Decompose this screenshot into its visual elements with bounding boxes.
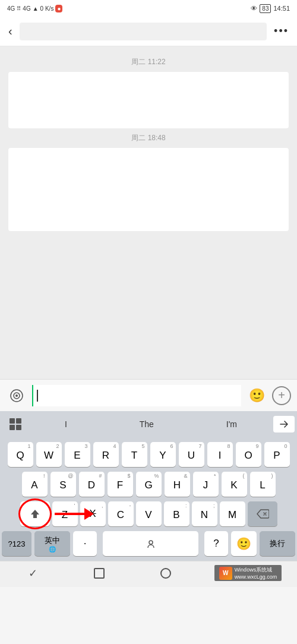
- add-button[interactable]: +: [272, 386, 291, 405]
- space-key[interactable]: [103, 531, 198, 556]
- question-key[interactable]: ?: [204, 531, 228, 556]
- speed: 0 K/s: [40, 5, 54, 12]
- emoji-button[interactable]: 🙂: [246, 385, 267, 406]
- watermark-text: Windows系统城 www.wxcLgg.com: [235, 566, 277, 580]
- keyboard-row-3: ' Z , X - C V : B ; N M: [2, 501, 295, 526]
- keyboard: 1Q 2W 3E 4R 5T 6Y 7U 8I 9O 0P !A @S #D $…: [0, 437, 297, 561]
- eye-icon: 👁: [251, 5, 257, 12]
- red-arrow: [55, 508, 94, 520]
- key-T[interactable]: 5T: [122, 442, 147, 467]
- status-bar: 4G ⠿ 4G ▲ 0 K/s ● 👁 83 14:51: [0, 0, 297, 17]
- signal1: 4G: [7, 5, 15, 12]
- keyboard-row-1: 1Q 2W 3E 4R 5T 6Y 7U 8I 9O 0P: [2, 442, 295, 467]
- key-R[interactable]: 4R: [93, 442, 119, 467]
- time: 14:51: [273, 5, 290, 12]
- keyboard-row-space: ?123 英中 🌐 · ? 🙂 换行: [2, 531, 295, 556]
- suggestions-bar: I The I'm: [0, 411, 297, 437]
- time-area: 👁 83 14:51: [251, 4, 290, 13]
- num-sym-key[interactable]: ?123: [2, 531, 31, 556]
- send-button[interactable]: [273, 416, 295, 433]
- nav-home[interactable]: [81, 563, 117, 584]
- key-B[interactable]: : B: [164, 501, 189, 526]
- input-bar: 🙂 +: [0, 379, 297, 411]
- enter-key[interactable]: 换行: [260, 531, 295, 556]
- nav-back[interactable]: ✓: [15, 563, 51, 584]
- key-W[interactable]: 2W: [36, 442, 62, 467]
- apps-icon: [10, 418, 21, 430]
- signal-dots: ⠿: [17, 5, 21, 12]
- voice-button[interactable]: [6, 385, 27, 406]
- suggestion-list: I The I'm: [29, 417, 273, 431]
- signal2: 4G: [23, 5, 30, 12]
- message-bubble-1: [8, 72, 289, 128]
- lang-label: 英中: [45, 535, 60, 546]
- key-Q[interactable]: 1Q: [8, 442, 33, 467]
- dot-key[interactable]: ·: [73, 531, 97, 556]
- nav-recent-icon: [160, 568, 171, 579]
- cursor: [37, 390, 38, 402]
- svg-marker-3: [31, 510, 39, 518]
- chat-header: ‹ •••: [0, 17, 297, 46]
- key-N[interactable]: ; N: [192, 501, 217, 526]
- shift-wrapper: [20, 501, 50, 526]
- key-Y[interactable]: 6Y: [150, 442, 176, 467]
- key-E[interactable]: 3E: [65, 442, 90, 467]
- key-M[interactable]: M: [220, 501, 245, 526]
- key-V[interactable]: V: [136, 501, 162, 526]
- key-S[interactable]: @S: [50, 472, 76, 497]
- suggestion-I[interactable]: I: [59, 417, 73, 431]
- key-C[interactable]: - C: [108, 501, 134, 526]
- message-bubble-2: [8, 148, 289, 231]
- emoji-key[interactable]: 🙂: [231, 531, 257, 556]
- svg-point-2: [15, 394, 18, 397]
- timestamp-1: 周二 11:22: [0, 57, 297, 67]
- lang-key[interactable]: 英中 🌐: [34, 531, 70, 556]
- key-A[interactable]: !A: [22, 472, 48, 497]
- text-input-area[interactable]: [32, 385, 241, 406]
- watermark: W Windows系统城 www.wxcLgg.com: [214, 565, 282, 581]
- globe-icon: 🌐: [49, 546, 56, 553]
- app-icon: ●: [55, 5, 62, 12]
- back-button[interactable]: ‹: [8, 24, 12, 38]
- svg-point-4: [149, 541, 153, 544]
- keyboard-row-2: !A @S #D $F %G &H *J (K )L: [2, 472, 295, 497]
- timestamp-2: 周二 18:48: [0, 133, 297, 143]
- battery: 83: [260, 4, 271, 13]
- key-F[interactable]: $F: [108, 472, 133, 497]
- watermark-logo: W: [219, 567, 232, 580]
- suggestion-Im[interactable]: I'm: [220, 417, 243, 431]
- apps-grid-button[interactable]: [2, 413, 29, 435]
- nav-home-icon: [94, 568, 105, 579]
- more-button[interactable]: •••: [274, 25, 289, 37]
- key-D[interactable]: #D: [79, 472, 105, 497]
- key-J[interactable]: *J: [193, 472, 219, 497]
- key-I[interactable]: 8I: [207, 442, 233, 467]
- nav-recent[interactable]: [148, 563, 184, 584]
- key-O[interactable]: 9O: [236, 442, 261, 467]
- shift-key[interactable]: [20, 501, 50, 526]
- key-P[interactable]: 0P: [264, 442, 290, 467]
- key-H[interactable]: &H: [165, 472, 190, 497]
- emoji-face-icon: 🙂: [236, 536, 251, 551]
- wifi-icon: ▲: [33, 5, 39, 12]
- nav-bar: ✓ W Windows系统城 www.wxcLgg.com: [0, 561, 297, 587]
- contact-name: [20, 23, 267, 40]
- chat-messages: 周二 11:22 周二 18:48: [0, 46, 297, 379]
- key-L[interactable]: )L: [250, 472, 276, 497]
- signal-area: 4G ⠿ 4G ▲ 0 K/s ●: [7, 5, 62, 12]
- key-K[interactable]: (K: [222, 472, 247, 497]
- delete-key[interactable]: [248, 501, 277, 526]
- nav-back-icon: ✓: [29, 567, 37, 580]
- key-U[interactable]: 7U: [179, 442, 204, 467]
- key-G[interactable]: %G: [136, 472, 162, 497]
- suggestion-The[interactable]: The: [134, 417, 160, 431]
